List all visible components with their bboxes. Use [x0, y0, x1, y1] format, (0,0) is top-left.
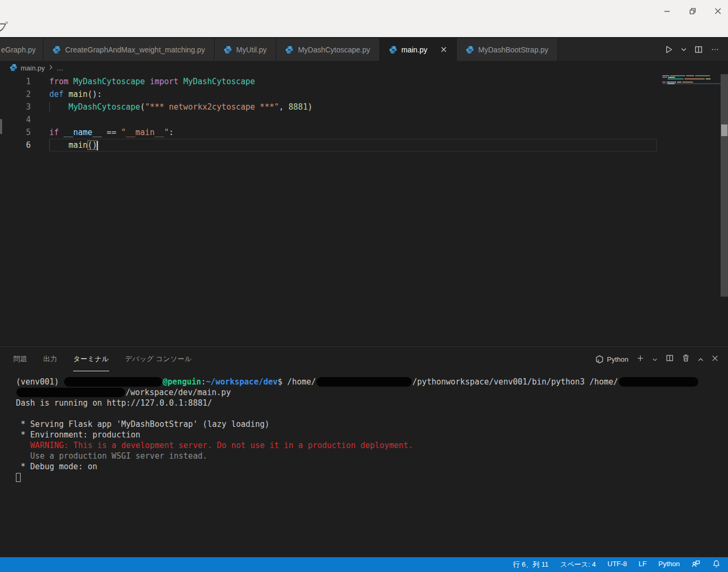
line-number: 1	[0, 75, 31, 88]
python-icon	[224, 46, 232, 54]
terminal-line: (venv001) @penguin:~/workspace/dev$ /hom…	[16, 377, 728, 387]
terminal-cursor	[16, 473, 21, 482]
panel-tab-2[interactable]: ターミナル	[73, 347, 109, 371]
titlebar-partial-text: プ	[0, 20, 7, 34]
breadcrumb-ellipsis[interactable]: …	[57, 64, 64, 72]
line-number: 2	[0, 88, 31, 101]
code-line-1[interactable]: 1from MyDashCytoscape import MyDashCytos…	[0, 75, 728, 88]
close-window-button[interactable]	[712, 5, 724, 17]
status-item-4[interactable]: Python	[659, 560, 680, 569]
tab-eGraph.py[interactable]: eGraph.py	[0, 38, 43, 61]
feedback-button[interactable]	[691, 559, 700, 570]
terminal-output[interactable]: (venv001) @penguin:~/workspace/dev$ /hom…	[0, 371, 728, 482]
run-dropdown-button[interactable]	[681, 48, 687, 52]
terminal-line: * Serving Flask app 'MyDashBootStrap' (l…	[16, 419, 728, 430]
tab-label: MyDashBootStrap.py	[478, 46, 548, 54]
terminal-text: ~/workspace/dev	[206, 377, 278, 387]
minimize-icon	[663, 7, 671, 15]
tab-MyUtil.py[interactable]: MyUtil.py	[215, 38, 277, 61]
terminal-text: * Serving Flask app 'MyDashBootStrap' (l…	[16, 419, 270, 429]
code-token: if	[49, 128, 64, 137]
code-line-4[interactable]: 4	[0, 113, 728, 126]
line-number: 4	[0, 113, 31, 126]
play-icon	[664, 45, 673, 54]
terminal-shell-label: Python	[607, 355, 628, 363]
code-token: ,	[279, 102, 289, 112]
tab-label: CreateGraphAndMax_weight_matching.py	[65, 46, 205, 54]
code-line-2[interactable]: 2def main():	[0, 88, 728, 101]
code-token	[179, 77, 183, 86]
status-item-1[interactable]: スペース: 4	[560, 560, 596, 569]
terminal-text: * Environment: production	[16, 430, 140, 440]
minimap-line	[662, 78, 721, 79]
more-actions-button[interactable]	[711, 45, 720, 54]
close-tab-button[interactable]	[440, 46, 447, 53]
code-line-3[interactable]: 3 MyDashCytoscape("*** networkx2cytoscap…	[0, 101, 728, 113]
panel-tab-0[interactable]: 問題	[13, 347, 28, 371]
panel-tabs: 問題出力ターミナルデバッグ コンソール	[0, 347, 192, 371]
status-item-3[interactable]: LF	[638, 560, 646, 569]
code-token: "*** networkx2cytoscape ***"	[145, 102, 279, 112]
terminal-line: * Environment: production	[16, 430, 728, 440]
code-text: from MyDashCytoscape import MyDashCytosc…	[49, 75, 657, 88]
terminal-shell-selector[interactable]: $ Python	[595, 355, 628, 364]
split-editor-button[interactable]	[694, 45, 703, 54]
tab-CreateGraphAndMax_weight_matching.py[interactable]: CreateGraphAndMax_weight_matching.py	[43, 38, 215, 61]
editor-actions	[664, 38, 728, 61]
code-text: def main():	[49, 88, 657, 101]
code-line-5[interactable]: 5if __name__ == "__main__":	[0, 126, 728, 139]
editor-left-decoration	[0, 119, 2, 134]
breadcrumb-file[interactable]: main.py	[21, 64, 45, 72]
terminal-text: /workspace/dev/main.py	[126, 388, 231, 397]
kill-terminal-button[interactable]	[682, 354, 690, 364]
split-terminal-icon	[665, 354, 674, 362]
new-terminal-button[interactable]	[636, 354, 644, 364]
minimize-button[interactable]	[661, 5, 673, 17]
notifications-button[interactable]	[712, 559, 721, 570]
close-panel-button[interactable]	[712, 354, 718, 364]
restore-button[interactable]	[687, 5, 698, 17]
chevron-down-icon	[652, 358, 658, 362]
scrollbar-thumb[interactable]	[721, 124, 727, 136]
close-icon	[712, 355, 718, 362]
maximize-panel-button[interactable]	[698, 354, 704, 364]
run-python-file-button[interactable]	[664, 45, 673, 54]
code-line-6[interactable]: 6 main()	[0, 139, 728, 151]
breadcrumb[interactable]: main.py …	[0, 61, 728, 75]
redaction-blob	[619, 377, 698, 387]
editor-scrollbar[interactable]	[721, 74, 728, 297]
python-file-icon	[10, 64, 17, 73]
split-terminal-button[interactable]	[665, 354, 674, 364]
code-token: from	[49, 77, 73, 86]
minimap-current-line	[662, 83, 721, 84]
terminal-line: Dash is running on http://127.0.0.1:8881…	[16, 398, 728, 408]
chevron-down-icon	[681, 48, 687, 52]
code-token: )	[308, 102, 313, 112]
line-number: 5	[0, 126, 31, 139]
tab-MyDashCytoscape.py[interactable]: MyDashCytoscape.py	[276, 38, 379, 61]
status-item-2[interactable]: UTF-8	[608, 560, 627, 569]
status-item-0[interactable]: 行 6、列 11	[513, 560, 548, 569]
chevron-right-icon	[48, 64, 54, 72]
status-items: 行 6、列 11スペース: 4UTF-8LFPython	[513, 560, 680, 569]
redaction-blob	[64, 377, 162, 387]
minimap[interactable]	[662, 75, 721, 107]
code-editor[interactable]: 1from MyDashCytoscape import MyDashCytos…	[0, 75, 728, 346]
code-token: :	[169, 128, 174, 137]
panel-tab-1[interactable]: 出力	[43, 347, 58, 371]
terminal-text: Use a production WSGI server instead.	[16, 451, 207, 461]
panel-header: 問題出力ターミナルデバッグ コンソール $ Python	[0, 347, 728, 371]
code-text: MyDashCytoscape("*** networkx2cytoscape …	[49, 101, 657, 113]
split-editor-icon	[694, 45, 703, 54]
panel-tab-3[interactable]: デバッグ コンソール	[125, 347, 192, 371]
code-token: "__main__"	[121, 128, 168, 137]
terminal-line: /workspace/dev/main.py	[16, 387, 728, 398]
tab-main.py[interactable]: main.py	[380, 38, 457, 61]
terminal-dropdown-button[interactable]	[652, 354, 658, 364]
panel-actions: $ Python	[595, 347, 728, 371]
tab-MyDashBootStrap.py[interactable]: MyDashBootStrap.py	[457, 38, 558, 61]
tab-label: eGraph.py	[1, 46, 35, 54]
python-icon	[10, 64, 17, 72]
terminal-text: WARNING: This is a development server. D…	[16, 441, 413, 450]
terminal-text: (venv001)	[16, 377, 64, 387]
